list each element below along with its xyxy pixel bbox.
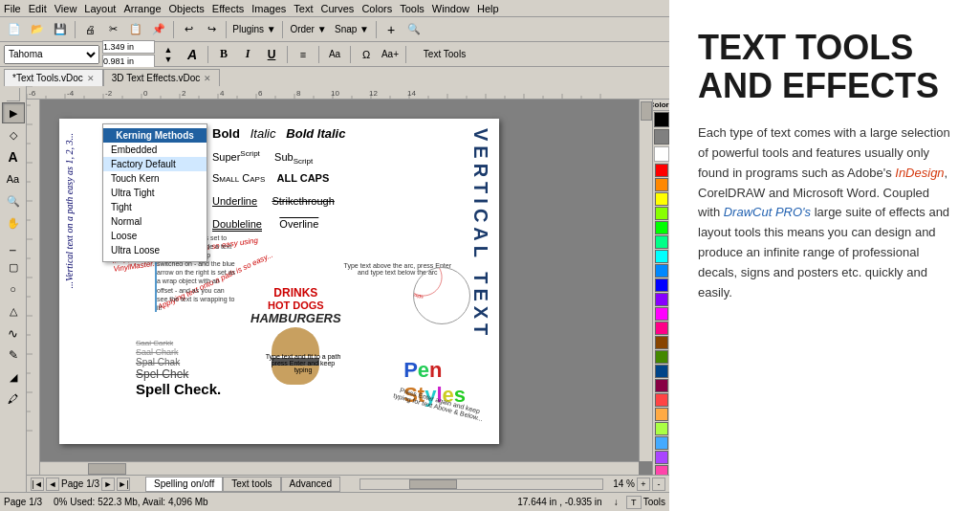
underline-button[interactable]: U: [261, 45, 282, 64]
canvas-scroll-area[interactable]: Kerning Methods Embedded Factory Default…: [40, 100, 652, 475]
scrollbar-thumb-v[interactable]: [641, 101, 652, 121]
swatch-blue[interactable]: [655, 278, 668, 292]
rect-tool[interactable]: ▢: [2, 256, 25, 278]
kerning-embedded[interactable]: Embedded: [103, 143, 207, 157]
swatch-light-blue[interactable]: [655, 436, 668, 450]
swatch-navy[interactable]: [655, 365, 668, 378]
menu-objects[interactable]: Objects: [169, 3, 205, 14]
spelling-tab[interactable]: Spelling on/off: [145, 477, 223, 492]
order-button[interactable]: Order ▼: [287, 20, 330, 39]
save-button[interactable]: 💾: [50, 20, 71, 39]
kerning-loose[interactable]: Loose: [103, 229, 207, 243]
font-selector[interactable]: Tahoma: [4, 45, 99, 64]
polygon-tool[interactable]: △: [2, 300, 25, 322]
italic-button[interactable]: I: [237, 45, 258, 64]
kerning-ultra-tight[interactable]: Ultra Tight: [103, 186, 207, 200]
advanced-tab[interactable]: Advanced: [281, 477, 340, 492]
kerning-factory[interactable]: Factory Default: [103, 157, 207, 171]
scroll-bar-bottom[interactable]: [359, 478, 603, 490]
tab-3d-effects[interactable]: 3D Text Effects.vDoc ✕: [103, 69, 220, 86]
swatch-lime[interactable]: [655, 207, 668, 220]
text-tool[interactable]: A: [2, 146, 25, 167]
swatch-light-red[interactable]: [655, 393, 668, 407]
prev-page-button[interactable]: ◄: [46, 478, 59, 491]
menu-text[interactable]: Text: [294, 3, 313, 14]
align-button[interactable]: ≡: [293, 45, 314, 64]
copy-button[interactable]: 📋: [125, 20, 146, 39]
swatch-yellow[interactable]: [655, 192, 668, 206]
cut-button[interactable]: ✂: [102, 20, 123, 39]
last-page-button[interactable]: ►|: [117, 478, 130, 491]
color-white[interactable]: [654, 146, 669, 162]
swatch-purple[interactable]: [655, 293, 668, 306]
swatch-dark-green[interactable]: [655, 350, 668, 364]
tab-close-1[interactable]: ✕: [87, 74, 95, 83]
circle-tool[interactable]: ○: [2, 278, 25, 300]
menu-colors[interactable]: Colors: [361, 3, 392, 14]
swatch-red[interactable]: [655, 164, 668, 177]
swatch-dark-magenta[interactable]: [655, 379, 668, 392]
plugins-button[interactable]: Plugins ▼: [230, 20, 278, 39]
tab-text-tools[interactable]: *Text Tools.vDoc ✕: [4, 69, 103, 86]
indesign-link[interactable]: InDesign: [895, 166, 944, 180]
swatch-cyan[interactable]: [655, 250, 668, 263]
swatch-teal-green[interactable]: [655, 235, 668, 249]
text-frame-tool[interactable]: Aa: [2, 168, 25, 189]
paste-button[interactable]: 📌: [148, 20, 169, 39]
menu-tools[interactable]: Tools: [400, 3, 425, 14]
print-button[interactable]: 🖨: [79, 20, 100, 39]
size-down-arrow[interactable]: ▼: [164, 55, 173, 64]
zoom-in-btn[interactable]: +: [637, 478, 650, 491]
swatch-magenta[interactable]: [655, 307, 668, 321]
tab-close-2[interactable]: ✕: [204, 74, 211, 83]
font-size-1[interactable]: [102, 40, 155, 54]
menu-layout[interactable]: Layout: [84, 3, 116, 14]
new-button[interactable]: 📄: [4, 20, 25, 39]
drawcut-link[interactable]: DrawCut PRO's: [724, 205, 811, 219]
open-button[interactable]: 📂: [27, 20, 48, 39]
fill-tool[interactable]: ◢: [2, 367, 25, 388]
undo-button[interactable]: ↩: [178, 20, 199, 39]
spacing-button[interactable]: Aa: [324, 45, 345, 64]
status-tools-icon[interactable]: T: [626, 496, 642, 509]
menu-edit[interactable]: Edit: [29, 3, 47, 14]
eyedropper-tool[interactable]: 🖍: [2, 389, 25, 410]
font-size-2[interactable]: [102, 55, 155, 68]
font-style-icon[interactable]: A: [182, 45, 203, 64]
menu-view[interactable]: View: [54, 3, 77, 14]
swatch-lavender[interactable]: [655, 451, 668, 464]
scrollbar-h[interactable]: [40, 461, 639, 475]
menu-images[interactable]: Images: [251, 3, 286, 14]
more-button[interactable]: Aa+: [380, 45, 401, 64]
swatch-peach[interactable]: [655, 408, 668, 421]
select-tool[interactable]: ▶: [2, 102, 25, 123]
zoom-tool[interactable]: 🔍: [2, 190, 25, 211]
swatch-green[interactable]: [655, 221, 668, 234]
color-black[interactable]: [654, 112, 669, 127]
menu-file[interactable]: File: [4, 3, 21, 14]
menu-window[interactable]: Window: [432, 3, 469, 14]
line-tool[interactable]: ⎯: [2, 234, 25, 256]
swatch-yellow-green[interactable]: [655, 422, 668, 435]
redo-button[interactable]: ↪: [201, 20, 222, 39]
kerning-touch[interactable]: Touch Kern: [103, 171, 207, 186]
curve-tool[interactable]: ∿: [2, 322, 25, 344]
swatch-brown[interactable]: [655, 336, 668, 349]
menu-curves[interactable]: Curves: [321, 3, 355, 14]
pan-tool[interactable]: ✋: [2, 212, 25, 233]
scrollbar-v[interactable]: [639, 100, 652, 461]
kerning-normal[interactable]: Normal: [103, 214, 207, 229]
bold-button[interactable]: B: [213, 45, 234, 64]
swatch-pink[interactable]: [655, 322, 668, 335]
special-chars-button[interactable]: Ω: [356, 45, 377, 64]
zoom-out-btn[interactable]: -: [652, 478, 665, 491]
kerning-tight[interactable]: Tight: [103, 200, 207, 214]
scrollbar-thumb-h[interactable]: [88, 463, 126, 475]
kerning-ultra-loose[interactable]: Ultra Loose: [103, 243, 207, 257]
pen-tool[interactable]: ✎: [2, 344, 25, 366]
color-gray[interactable]: [654, 129, 669, 144]
size-up-arrow[interactable]: ▲: [164, 45, 173, 55]
zoom-in-button[interactable]: +: [381, 20, 402, 39]
next-page-button[interactable]: ►: [101, 478, 115, 491]
swatch-hot-pink[interactable]: [655, 465, 668, 475]
